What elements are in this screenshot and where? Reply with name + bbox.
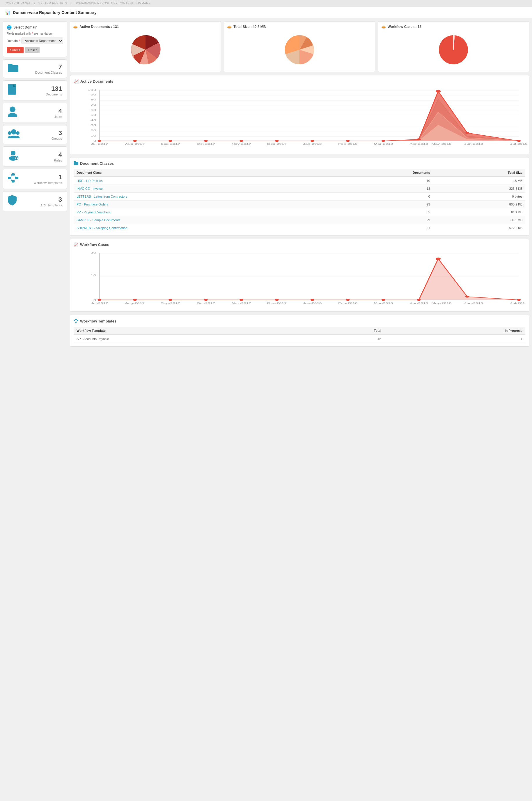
stat-info-users: 4 Users	[54, 108, 62, 118]
svg-rect-2	[8, 84, 16, 95]
svg-point-87	[97, 299, 101, 301]
left-panel: 🌐 Select Domain Fields marked with * are…	[3, 21, 67, 347]
svg-text:60: 60	[91, 108, 96, 111]
workflow-templates-title: Workflow Templates	[74, 319, 525, 324]
svg-point-95	[382, 299, 385, 301]
svg-line-120	[77, 321, 77, 322]
workflow-template-name: AP - Accounts Payable	[74, 335, 304, 343]
workflow-table-icon	[74, 319, 78, 324]
workflow-templates-table: Workflow Template Total In Progress AP -…	[74, 327, 525, 343]
svg-text:Jan-2018: Jan-2018	[303, 302, 322, 304]
svg-rect-115	[75, 322, 77, 323]
stat-info-roles: 4 Roles	[54, 151, 62, 162]
svg-text:20: 20	[91, 129, 96, 132]
svg-point-53	[133, 140, 137, 142]
reset-button[interactable]: Reset	[25, 47, 40, 53]
table-row: LETTERS - Lettos from Contractors 0 0 by…	[74, 193, 525, 201]
breadcrumb: CONTROL PANEL / SYSTEM REPORTS / Domain-…	[0, 0, 532, 7]
svg-point-91	[240, 299, 243, 301]
doc-size: 0 bytes	[433, 193, 525, 201]
svg-text:Apr-2018: Apr-2018	[410, 302, 428, 304]
svg-text:0: 0	[93, 139, 96, 142]
doc-class-name: HRP - HR Policies	[74, 177, 328, 185]
svg-text:Sep-2017: Sep-2017	[160, 302, 180, 304]
acl-templates-label: ACL Templates	[40, 204, 62, 207]
svg-point-55	[204, 140, 208, 142]
active-docs-pie	[73, 31, 218, 69]
workflow-icon	[8, 173, 18, 185]
workflow-total: 15	[304, 335, 384, 343]
workflow-cases-title: 📈 Workflow Cases	[74, 243, 525, 247]
svg-text:Jun-2018: Jun-2018	[464, 142, 483, 145]
svg-point-6	[11, 129, 16, 134]
svg-line-21	[11, 174, 12, 178]
col-doc-class: Document Class	[74, 169, 328, 177]
svg-line-117	[75, 319, 75, 321]
workflow-cases-card: 🥧 Workflow Cases : 15	[378, 21, 529, 72]
stat-card-workflow-templates: 1 Workflow Templates	[3, 169, 67, 189]
svg-point-7	[8, 131, 11, 135]
svg-point-88	[133, 299, 137, 301]
domain-select[interactable]: Accounts Department	[21, 38, 63, 44]
doc-size: 572.2 KB	[433, 224, 525, 232]
documents-number: 131	[46, 85, 62, 93]
doc-size: 36.1 MB	[433, 216, 525, 224]
svg-point-97	[436, 258, 441, 260]
svg-point-60	[382, 140, 385, 142]
documents-label: Documents	[46, 93, 62, 96]
table-row: AP - Accounts Payable 15 1	[74, 335, 525, 343]
doc-class-name: SHIPMENT - Shipping Confirmation	[74, 224, 328, 232]
svg-text:May-2018: May-2018	[431, 142, 451, 145]
svg-text:Oct-2017: Oct-2017	[197, 302, 215, 304]
workflow-cases-label: Workflow Cases : 15	[388, 25, 421, 29]
doc-size: 226.5 KB	[433, 185, 525, 193]
total-size-card: 🥧 Total Size : 49.8 MB	[224, 21, 375, 72]
select-domain-title: 🌐 Select Domain	[7, 25, 63, 30]
table-row: SAMPLE - Sample Documents 29 36.1 MB	[74, 216, 525, 224]
svg-point-57	[275, 140, 279, 142]
select-domain-box: 🌐 Select Domain Fields marked with * are…	[3, 21, 67, 57]
svg-text:Jul-2018: Jul-2018	[510, 302, 525, 304]
svg-text:Jul-2017: Jul-2017	[91, 142, 108, 145]
svg-point-56	[240, 140, 243, 142]
page-title: Domain-wise Repository Content Summary	[13, 10, 97, 15]
table-row: SHIPMENT - Shipping Confirmation 21 572.…	[74, 224, 525, 232]
svg-rect-18	[12, 173, 15, 175]
doc-class-name: LETTERS - Lettos from Contractors	[74, 193, 328, 201]
stat-info-acl-templates: 3 ACL Templates	[40, 196, 62, 207]
acl-templates-number: 3	[40, 196, 62, 204]
table-row: PV - Payment Vouchers 35 10.3 MB	[74, 208, 525, 216]
groups-number: 3	[52, 129, 62, 137]
stat-card-users: 4 Users	[3, 103, 67, 123]
stat-card-groups: 3 Groups	[3, 125, 67, 144]
domain-label: Domain *	[7, 39, 20, 42]
chart-icon: 📊	[5, 9, 11, 15]
active-docs-area-chart: 0 10 20 30 40 50 60 70 80 90 100	[74, 87, 525, 151]
svg-point-94	[346, 299, 350, 301]
users-number: 4	[54, 108, 62, 115]
svg-point-99	[517, 299, 521, 301]
top-stats: 🥧 Active Documents : 131	[70, 21, 529, 72]
svg-point-8	[16, 131, 19, 135]
svg-point-12	[11, 151, 15, 155]
submit-button[interactable]: Submit	[7, 47, 23, 53]
svg-point-92	[275, 299, 279, 301]
svg-text:Mar-2018: Mar-2018	[374, 142, 393, 145]
workflow-cases-header: 🥧 Workflow Cases : 15	[381, 24, 526, 29]
pie-icon-workflow: 🥧	[381, 24, 386, 29]
svg-line-24	[15, 178, 15, 181]
roles-number: 4	[54, 151, 62, 159]
svg-point-98	[466, 296, 469, 298]
svg-line-22	[11, 178, 12, 181]
stat-card-roles: 4 Roles	[3, 147, 67, 167]
svg-point-62	[436, 90, 441, 93]
stat-card-acl-templates: 3 ACL Templates	[3, 191, 67, 211]
globe-icon: 🌐	[7, 25, 12, 30]
breadcrumb-current: Domain-wise Repository Content Summary	[75, 2, 150, 5]
doc-size: 10.3 MB	[433, 208, 525, 216]
folder-chart-icon	[74, 161, 78, 166]
doc-classes-label: Document Classes	[35, 71, 62, 74]
svg-point-59	[346, 140, 350, 142]
doc-size: 805.2 KB	[433, 201, 525, 208]
svg-rect-116	[77, 320, 78, 321]
